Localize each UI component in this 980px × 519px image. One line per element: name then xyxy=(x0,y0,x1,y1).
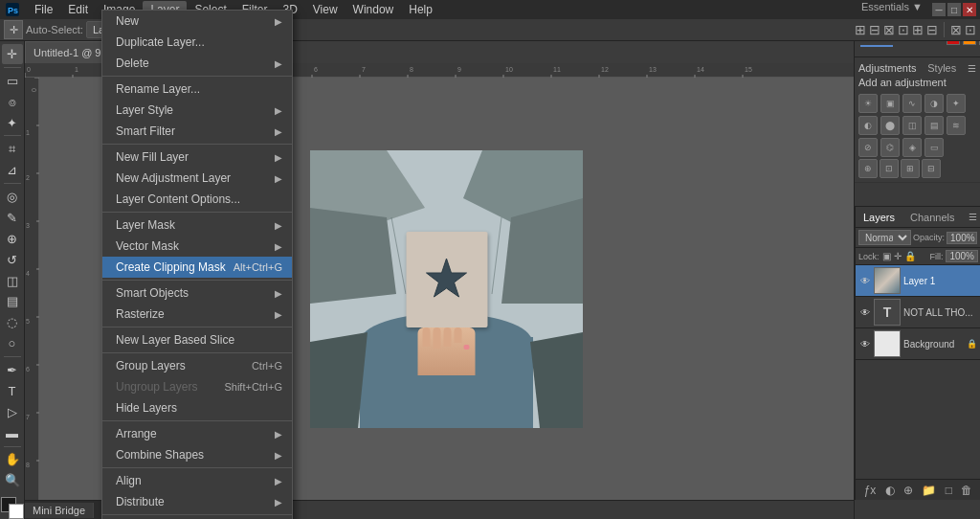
new-adj-layer-icon[interactable]: ⊕ xyxy=(903,484,913,497)
cm-layer-content[interactable]: Layer Content Options... xyxy=(102,189,292,210)
cm-rename[interactable]: Rename Layer... xyxy=(102,79,292,100)
layer-row-1[interactable]: 👁 Layer 1 xyxy=(856,265,980,297)
menu-window[interactable]: Window xyxy=(345,1,402,18)
adj-photo[interactable]: ▤ xyxy=(924,116,944,135)
layers-options-icon[interactable]: ☰ xyxy=(965,210,980,224)
cm-arrange[interactable]: Arrange ▶ xyxy=(102,423,292,444)
hand-tool[interactable]: ✋ xyxy=(2,450,23,470)
cm-vector-mask[interactable]: Vector Mask ▶ xyxy=(102,236,292,257)
cm-smart-objects[interactable]: Smart Objects ▶ xyxy=(102,282,292,304)
adj-vibrance[interactable]: ✦ xyxy=(947,94,966,113)
background-color[interactable] xyxy=(9,504,24,519)
align-bottom-icon[interactable]: ⊟ xyxy=(926,22,938,37)
fill-value[interactable]: 100% xyxy=(946,250,978,262)
lock-position-icon[interactable]: ✛ xyxy=(894,251,902,261)
adj-channel[interactable]: ≋ xyxy=(947,116,966,135)
lock-pixels-icon[interactable]: ▣ xyxy=(882,251,891,261)
marquee-tool[interactable]: ▭ xyxy=(2,71,23,91)
cm-layer-style[interactable]: Layer Style ▶ xyxy=(102,100,292,121)
color-picker[interactable] xyxy=(1,497,24,519)
essentials-button[interactable]: Essentials ▼ xyxy=(861,1,923,12)
menu-edit[interactable]: Edit xyxy=(60,1,96,18)
cm-smart-filter[interactable]: Smart Filter ▶ xyxy=(102,121,292,142)
cm-new-fill[interactable]: New Fill Layer ▶ xyxy=(102,147,292,168)
cm-rasterize[interactable]: Rasterize ▶ xyxy=(102,304,292,325)
magic-wand-tool[interactable]: ✦ xyxy=(2,113,23,133)
menu-view[interactable]: View xyxy=(305,1,345,18)
mini-bridge-tab[interactable]: Mini Bridge xyxy=(25,503,94,518)
tab-channels[interactable]: Channels xyxy=(902,210,962,225)
opacity-value[interactable]: 100% xyxy=(947,232,977,244)
move-tool[interactable]: ✛ xyxy=(2,44,23,64)
layer-fx-icon[interactable]: ƒx xyxy=(864,484,877,497)
align-top-icon[interactable]: ⊡ xyxy=(898,22,909,37)
adj-extra3[interactable]: ⊟ xyxy=(922,159,941,178)
cm-delete[interactable]: Delete ▶ xyxy=(102,53,292,74)
cm-new[interactable]: New ▶ xyxy=(102,11,292,32)
new-group-icon[interactable]: 📁 xyxy=(922,484,936,497)
close-button[interactable]: ✕ xyxy=(963,3,976,16)
path-tool[interactable]: ▷ xyxy=(2,402,23,422)
align-center-icon[interactable]: ⊟ xyxy=(869,22,880,37)
layer-row-bg[interactable]: 👁 Background 🔒 xyxy=(856,328,980,360)
adj-extra2[interactable]: ⊞ xyxy=(901,159,920,178)
adj-invert[interactable]: ⊘ xyxy=(858,138,878,157)
tab-layers[interactable]: Layers xyxy=(856,210,902,225)
text-tool[interactable]: T xyxy=(2,381,23,401)
layer-row-text[interactable]: 👁 T NOT ALL THO... xyxy=(856,297,980,328)
delete-layer-icon[interactable]: 🗑 xyxy=(961,484,972,497)
layer1-visibility[interactable]: 👁 xyxy=(859,275,871,286)
adj-extra1[interactable]: ⊡ xyxy=(880,159,899,178)
eyedropper-tool[interactable]: ⊿ xyxy=(2,160,23,180)
new-layer-icon[interactable]: □ xyxy=(946,484,952,497)
bg-layer-visibility[interactable]: 👁 xyxy=(859,338,871,350)
text-layer-visibility[interactable]: 👁 xyxy=(859,306,871,318)
minimize-button[interactable]: ─ xyxy=(932,3,946,16)
adj-levels[interactable]: ▣ xyxy=(880,94,900,113)
gradient-tool[interactable]: ▤ xyxy=(2,291,23,311)
adj-brightness[interactable]: ☀ xyxy=(858,94,878,113)
styles-tab-btn[interactable]: Styles xyxy=(927,62,956,74)
cm-group-layers[interactable]: Group Layers Ctrl+G xyxy=(102,355,292,376)
clone-tool[interactable]: ⊕ xyxy=(2,229,23,249)
healing-tool[interactable]: ◎ xyxy=(2,187,23,207)
lock-all-icon[interactable]: 🔒 xyxy=(904,251,916,261)
lasso-tool[interactable]: ⌾ xyxy=(2,92,23,112)
cm-hide-layers[interactable]: Hide Layers xyxy=(102,397,292,418)
move-tool-icon[interactable]: ✛ xyxy=(4,20,23,39)
eraser-tool[interactable]: ◫ xyxy=(2,271,23,291)
history-brush[interactable]: ↺ xyxy=(2,250,23,270)
cm-align[interactable]: Align ▶ xyxy=(102,470,292,491)
blur-tool[interactable]: ◌ xyxy=(2,312,23,332)
cm-create-clipping-mask[interactable]: Create Clipping Mask Alt+Ctrl+G xyxy=(102,257,292,278)
zoom-tool[interactable]: 🔍 xyxy=(2,470,23,490)
menu-help[interactable]: Help xyxy=(401,1,440,18)
cm-distribute[interactable]: Distribute ▶ xyxy=(102,491,292,512)
cm-layer-mask[interactable]: Layer Mask ▶ xyxy=(102,214,292,236)
dodge-tool[interactable]: ○ xyxy=(2,333,23,353)
maximize-button[interactable]: □ xyxy=(947,3,961,16)
pen-tool[interactable]: ✒ xyxy=(2,360,23,380)
crop-tool[interactable]: ⌗ xyxy=(2,139,23,159)
align-right-icon[interactable]: ⊠ xyxy=(883,22,895,37)
adj-selective[interactable]: ⊕ xyxy=(858,159,878,178)
cm-duplicate[interactable]: Duplicate Layer... xyxy=(102,32,292,53)
align-middle-icon[interactable]: ⊞ xyxy=(912,22,924,37)
adj-colorbalance[interactable]: ⬤ xyxy=(880,116,900,135)
adj-bw[interactable]: ◫ xyxy=(902,116,922,135)
blend-mode-select[interactable]: Normal xyxy=(858,230,911,245)
cm-new-layer-based-slice[interactable]: New Layer Based Slice xyxy=(102,329,292,350)
menu-file[interactable]: File xyxy=(27,1,60,18)
adj-hsl[interactable]: ◐ xyxy=(858,116,878,135)
align-left-icon[interactable]: ⊞ xyxy=(855,22,866,37)
adj-exposure[interactable]: ◑ xyxy=(924,94,944,113)
adj-gradient-map[interactable]: ▭ xyxy=(924,138,944,157)
adj-curves[interactable]: ∿ xyxy=(902,94,922,113)
shape-tool[interactable]: ▬ xyxy=(2,423,23,443)
cm-ungroup-layers[interactable]: Ungroup Layers Shift+Ctrl+G xyxy=(102,376,292,397)
brush-tool[interactable]: ✎ xyxy=(2,208,23,228)
distribute-left-icon[interactable]: ⊠ xyxy=(950,22,962,37)
adj-threshold[interactable]: ◈ xyxy=(902,138,922,157)
cm-combine-shapes[interactable]: Combine Shapes ▶ xyxy=(102,444,292,465)
cm-new-adj[interactable]: New Adjustment Layer ▶ xyxy=(102,168,292,189)
